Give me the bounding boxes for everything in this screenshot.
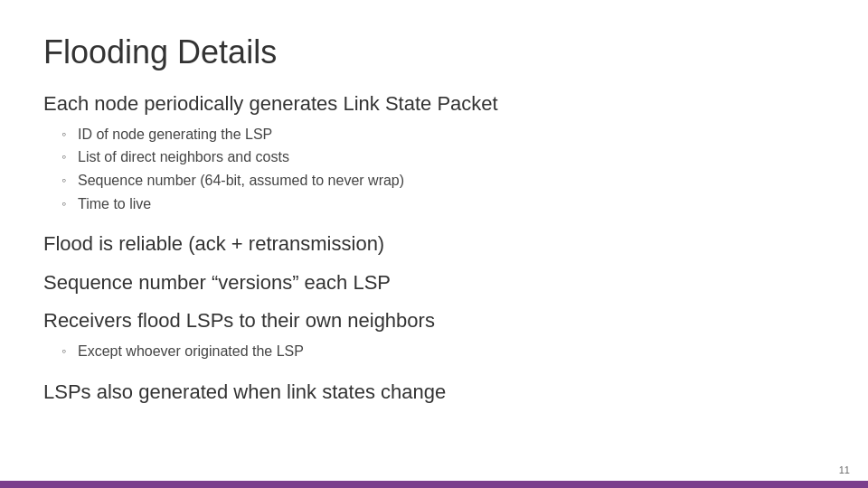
bullet-list-4: Except whoever originated the LSP <box>61 340 825 363</box>
main-point-1: Each node periodically generates Link St… <box>43 91 825 117</box>
main-point-3: Sequence number “versions” each LSP <box>43 270 825 296</box>
main-point-4: Receivers flood LSPs to their own neighb… <box>43 308 825 334</box>
list-item: Time to live <box>61 192 825 216</box>
section-4: Receivers flood LSPs to their own neighb… <box>43 308 825 371</box>
list-item: ID of node generating the LSP <box>61 123 825 146</box>
bottom-bar <box>0 481 868 488</box>
list-item: Sequence number (64-bit, assumed to neve… <box>61 169 825 192</box>
section-2: Flood is reliable (ack + retransmission) <box>43 231 825 263</box>
bullet-list-1: ID of node generating the LSP List of di… <box>61 123 825 215</box>
list-item: Except whoever originated the LSP <box>61 340 825 363</box>
slide-title: Flooding Details <box>43 33 825 71</box>
section-1: Each node periodically generates Link St… <box>43 91 825 224</box>
slide-number: 11 <box>839 465 850 475</box>
main-point-2: Flood is reliable (ack + retransmission) <box>43 231 825 258</box>
section-3: Sequence number “versions” each LSP <box>43 270 825 302</box>
section-5: LSPs also generated when link states cha… <box>43 380 825 411</box>
slide: Flooding Details Each node periodically … <box>0 0 868 488</box>
main-point-5: LSPs also generated when link states cha… <box>43 380 825 406</box>
list-item: List of direct neighbors and costs <box>61 145 825 169</box>
